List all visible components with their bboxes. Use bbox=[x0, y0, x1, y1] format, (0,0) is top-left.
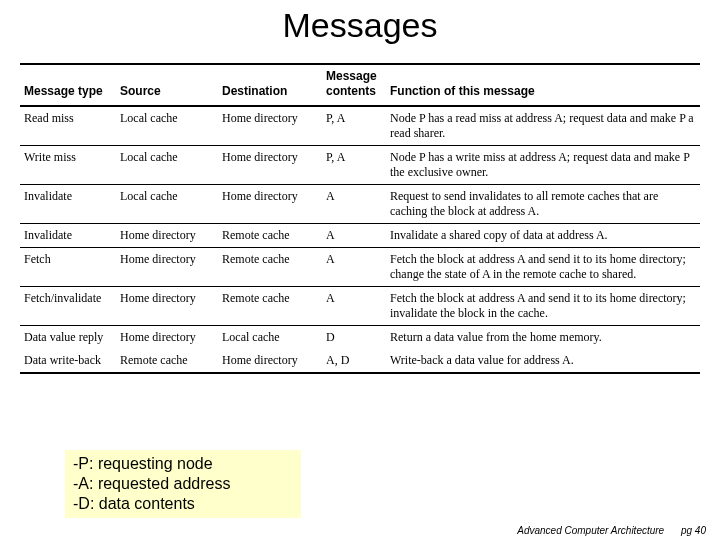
table-row: Write miss Local cache Home directory P,… bbox=[20, 146, 700, 185]
cell-type: Invalidate bbox=[20, 185, 116, 224]
table-row: Read miss Local cache Home directory P, … bbox=[20, 106, 700, 146]
cell-dst: Remote cache bbox=[218, 248, 322, 287]
cell-mc: P, A bbox=[322, 146, 386, 185]
cell-fn: Fetch the block at address A and send it… bbox=[386, 248, 700, 287]
cell-type: Read miss bbox=[20, 106, 116, 146]
cell-mc: D bbox=[322, 326, 386, 350]
cell-src: Home directory bbox=[116, 326, 218, 350]
table-row: Fetch/invalidate Home directory Remote c… bbox=[20, 287, 700, 326]
cell-mc: A, D bbox=[322, 349, 386, 373]
legend-line-p: -P: requesting node bbox=[73, 454, 293, 474]
col-function: Function of this message bbox=[386, 64, 700, 106]
table-row: Fetch Home directory Remote cache A Fetc… bbox=[20, 248, 700, 287]
cell-dst: Home directory bbox=[218, 349, 322, 373]
cell-fn: Fetch the block at address A and send it… bbox=[386, 287, 700, 326]
cell-src: Remote cache bbox=[116, 349, 218, 373]
cell-fn: Request to send invalidates to all remot… bbox=[386, 185, 700, 224]
cell-mc: A bbox=[322, 287, 386, 326]
cell-fn: Node P has a read miss at address A; req… bbox=[386, 106, 700, 146]
cell-type: Data write-back bbox=[20, 349, 116, 373]
cell-type: Fetch bbox=[20, 248, 116, 287]
cell-mc: P, A bbox=[322, 106, 386, 146]
cell-dst: Home directory bbox=[218, 146, 322, 185]
cell-fn: Invalidate a shared copy of data at addr… bbox=[386, 224, 700, 248]
cell-fn: Write-back a data value for address A. bbox=[386, 349, 700, 373]
table-row: Invalidate Local cache Home directory A … bbox=[20, 185, 700, 224]
cell-src: Home directory bbox=[116, 248, 218, 287]
cell-src: Local cache bbox=[116, 106, 218, 146]
cell-src: Local cache bbox=[116, 185, 218, 224]
table-row: Data value reply Home directory Local ca… bbox=[20, 326, 700, 350]
footer-course: Advanced Computer Architecture bbox=[517, 525, 664, 536]
legend-line-d: -D: data contents bbox=[73, 494, 293, 514]
cell-fn: Node P has a write miss at address A; re… bbox=[386, 146, 700, 185]
cell-mc: A bbox=[322, 185, 386, 224]
cell-type: Data value reply bbox=[20, 326, 116, 350]
cell-src: Home directory bbox=[116, 224, 218, 248]
cell-type: Write miss bbox=[20, 146, 116, 185]
slide-title: Messages bbox=[0, 6, 720, 45]
legend-box: -P: requesting node -A: requested addres… bbox=[65, 450, 301, 518]
col-source: Source bbox=[116, 64, 218, 106]
table-row: Data write-back Remote cache Home direct… bbox=[20, 349, 700, 373]
table-row: Invalidate Home directory Remote cache A… bbox=[20, 224, 700, 248]
cell-mc: A bbox=[322, 248, 386, 287]
cell-src: Home directory bbox=[116, 287, 218, 326]
cell-dst: Remote cache bbox=[218, 287, 322, 326]
cell-fn: Return a data value from the home memory… bbox=[386, 326, 700, 350]
table-header-row: Message type Source Destination Message … bbox=[20, 64, 700, 106]
cell-dst: Remote cache bbox=[218, 224, 322, 248]
cell-type: Fetch/invalidate bbox=[20, 287, 116, 326]
col-destination: Destination bbox=[218, 64, 322, 106]
cell-type: Invalidate bbox=[20, 224, 116, 248]
cell-dst: Home directory bbox=[218, 106, 322, 146]
cell-dst: Local cache bbox=[218, 326, 322, 350]
cell-dst: Home directory bbox=[218, 185, 322, 224]
footer: Advanced Computer Architecture pg 40 bbox=[0, 525, 706, 536]
col-message-type: Message type bbox=[20, 64, 116, 106]
slide: Messages Message type Source Destination… bbox=[0, 6, 720, 540]
cell-src: Local cache bbox=[116, 146, 218, 185]
messages-table: Message type Source Destination Message … bbox=[20, 63, 700, 374]
legend-line-a: -A: requested address bbox=[73, 474, 293, 494]
cell-mc: A bbox=[322, 224, 386, 248]
footer-page: pg 40 bbox=[681, 525, 706, 536]
col-message-contents: Message contents bbox=[322, 64, 386, 106]
